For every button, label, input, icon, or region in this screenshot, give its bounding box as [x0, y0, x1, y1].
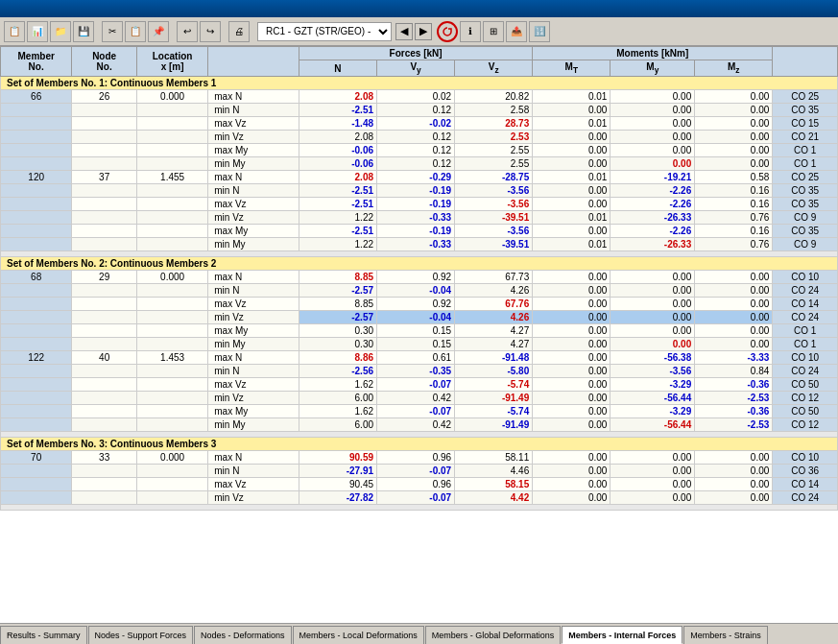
- col-header-co: [773, 47, 838, 77]
- toolbar-btn-3[interactable]: 📁: [50, 21, 71, 42]
- cell-location: [136, 284, 207, 298]
- toolbar-btn-info[interactable]: ℹ: [460, 21, 481, 42]
- cell-member-no: [1, 324, 72, 338]
- cell-Vy: -0.07: [377, 378, 455, 392]
- cell-node-no: [72, 298, 137, 311]
- cell-member-no: [1, 284, 72, 298]
- cell-Vy: -0.29: [377, 171, 455, 184]
- cell-node-no: [72, 478, 137, 491]
- toolbar-btn-4[interactable]: 💾: [73, 21, 94, 42]
- cell-MT: 0.00: [533, 491, 611, 505]
- cell-member-no: [1, 117, 72, 131]
- table-row: min N-27.91-0.074.460.000.000.00CO 36: [1, 465, 838, 478]
- cell-location: [136, 157, 207, 171]
- col-header-MT: MT: [533, 60, 611, 77]
- tab-members---strains[interactable]: Members - Strains: [683, 626, 768, 644]
- col-header-type: [208, 47, 299, 77]
- tab-members---local-deformations[interactable]: Members - Local Deformations: [293, 626, 424, 644]
- cell-Vz: 4.27: [455, 338, 533, 351]
- cell-type: max Vz: [208, 298, 299, 311]
- cell-My: 0.00: [611, 491, 695, 505]
- cell-Mz: 0.16: [695, 198, 773, 211]
- cell-location: [136, 225, 207, 238]
- cell-member-no: 68: [1, 271, 72, 284]
- cell-Mz: -2.53: [695, 418, 773, 432]
- cell-N: -1.48: [299, 117, 376, 131]
- cell-location: 0.000: [136, 271, 207, 284]
- table-row: min N-2.510.122.580.000.000.00CO 35: [1, 104, 838, 117]
- cell-type: max N: [208, 351, 299, 365]
- cell-Vy: -0.04: [377, 311, 455, 324]
- cell-N: 2.08: [299, 171, 376, 184]
- cell-location: [136, 365, 207, 378]
- toolbar-btn-print[interactable]: 🖨: [228, 21, 250, 42]
- cell-My: 0.00: [611, 271, 695, 284]
- cell-Mz: 0.76: [695, 211, 773, 225]
- cell-Vy: 0.61: [377, 351, 455, 365]
- cell-node-no: [72, 117, 137, 131]
- circle-btn[interactable]: [437, 21, 458, 42]
- section-row-3: Set of Members No. 3: Continuous Members…: [1, 438, 838, 451]
- cell-My: -26.33: [611, 211, 695, 225]
- cell-Vy: 0.96: [377, 478, 455, 491]
- cell-MT: 0.00: [533, 198, 611, 211]
- table-row: min Vz-27.82-0.074.420.000.000.00CO 24: [1, 491, 838, 505]
- cell-Mz: 0.00: [695, 131, 773, 144]
- cell-member-no: [1, 338, 72, 351]
- cell-Mz: 0.00: [695, 90, 773, 104]
- tab-members---internal-forces[interactable]: Members - Internal Forces: [562, 626, 682, 644]
- next-btn[interactable]: ▶: [415, 23, 432, 40]
- cell-N: -2.51: [299, 225, 376, 238]
- cell-location: [136, 465, 207, 478]
- cell-Mz: 0.00: [695, 338, 773, 351]
- cell-Mz: 0.00: [695, 117, 773, 131]
- prev-btn[interactable]: ◀: [395, 23, 413, 40]
- toolbar-btn-filter[interactable]: ⊞: [483, 21, 504, 42]
- toolbar-btn-2[interactable]: 📊: [27, 21, 48, 42]
- cell-Vz: -28.75: [455, 171, 533, 184]
- cell-Vy: -0.33: [377, 211, 455, 225]
- cell-node-no: [72, 131, 137, 144]
- cell-node-no: [72, 157, 137, 171]
- cell-CO: CO 24: [773, 284, 838, 298]
- cell-member-no: [1, 198, 72, 211]
- tab-members---global-deformations[interactable]: Members - Global Deformations: [425, 626, 562, 644]
- cell-type: max My: [208, 405, 299, 418]
- tab-nodes---deformations[interactable]: Nodes - Deformations: [194, 626, 292, 644]
- col-header-My: My: [611, 60, 695, 77]
- cell-N: -27.82: [299, 491, 376, 505]
- toolbar-btn-7[interactable]: 📌: [148, 21, 169, 42]
- cell-MT: 0.00: [533, 284, 611, 298]
- cell-type: min My: [208, 238, 299, 251]
- cell-node-no: [72, 378, 137, 392]
- toolbar-btn-6[interactable]: 📋: [125, 21, 146, 42]
- cell-node-no: [72, 284, 137, 298]
- cell-Vz: 67.76: [455, 298, 533, 311]
- table-row: min Vz2.080.122.530.000.000.00CO 21: [1, 131, 838, 144]
- cell-N: 1.62: [299, 378, 376, 392]
- toolbar-btn-undo[interactable]: ↩: [177, 21, 198, 42]
- load-case-combo[interactable]: RC1 - GZT (STR/GEO) -: [257, 22, 392, 41]
- cell-CO: CO 21: [773, 131, 838, 144]
- toolbar-btn-1[interactable]: 📋: [4, 21, 25, 42]
- toolbar-btn-redo[interactable]: ↪: [200, 21, 221, 42]
- cell-N: -2.51: [299, 198, 376, 211]
- cell-location: 0.000: [136, 90, 207, 104]
- cell-node-no: [72, 324, 137, 338]
- cell-CO: CO 12: [773, 418, 838, 432]
- toolbar-btn-export[interactable]: 📤: [506, 21, 527, 42]
- toolbar-btn-5[interactable]: ✂: [102, 21, 123, 42]
- cell-node-no: [72, 184, 137, 198]
- toolbar-btn-calc[interactable]: 🔢: [529, 21, 550, 42]
- tab-results---summary[interactable]: Results - Summary: [0, 626, 87, 644]
- tab-nodes---support-forces[interactable]: Nodes - Support Forces: [88, 626, 194, 644]
- cell-Vy: -0.33: [377, 238, 455, 251]
- cell-type: max Vz: [208, 198, 299, 211]
- cell-Mz: 0.84: [695, 365, 773, 378]
- cell-location: [136, 324, 207, 338]
- cell-Mz: -0.36: [695, 405, 773, 418]
- cell-location: [136, 117, 207, 131]
- cell-MT: 0.00: [533, 184, 611, 198]
- cell-N: -2.57: [299, 284, 376, 298]
- table-row: 122401.453max N8.860.61-91.480.00-56.38-…: [1, 351, 838, 365]
